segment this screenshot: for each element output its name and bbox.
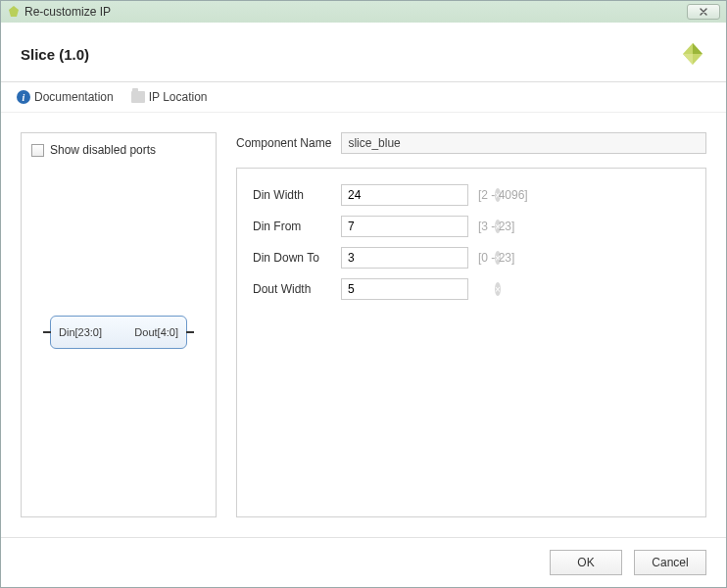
svg-marker-2 <box>693 43 703 54</box>
page-title: Slice (1.0) <box>21 46 679 63</box>
din-from-input-wrap: × <box>341 216 468 237</box>
svg-marker-3 <box>683 54 693 65</box>
param-label: Din From <box>253 220 331 233</box>
parameters-box: Din Width × [2 - 4096] Din From × [3 - 2… <box>236 168 706 517</box>
info-icon: i <box>17 90 30 104</box>
component-name-label: Component Name <box>236 136 331 150</box>
footer: OK Cancel <box>1 537 726 587</box>
param-label: Dout Width <box>253 282 331 296</box>
dout-width-input-wrap: × <box>341 278 468 300</box>
folder-icon <box>131 91 145 103</box>
ip-block: Din[23:0] Dout[4:0] <box>50 316 187 349</box>
din-width-input[interactable] <box>348 186 495 204</box>
param-hint: [0 - 23] <box>478 251 514 265</box>
ip-location-label: IP Location <box>149 90 208 104</box>
documentation-label: Documentation <box>34 90 114 104</box>
port-din: Din[23:0] <box>59 326 102 338</box>
ip-location-link[interactable]: IP Location <box>131 90 208 104</box>
close-button[interactable] <box>687 4 720 20</box>
din-down-to-input[interactable] <box>348 249 495 267</box>
dout-width-input[interactable] <box>348 280 495 298</box>
component-name-row: Component Name <box>236 132 706 154</box>
titlebar: Re-customize IP <box>1 1 726 23</box>
header: Slice (1.0) <box>1 23 726 82</box>
svg-marker-0 <box>9 6 19 17</box>
block-diagram: Din[23:0] Dout[4:0] <box>31 157 206 507</box>
window-title: Re-customize IP <box>24 5 111 19</box>
cancel-button[interactable]: Cancel <box>634 550 706 575</box>
show-disabled-ports-checkbox[interactable] <box>31 144 44 157</box>
close-icon <box>699 7 708 17</box>
symbol-panel: Show disabled ports Din[23:0] Dout[4:0] <box>21 132 217 517</box>
show-disabled-ports-row: Show disabled ports <box>31 143 206 157</box>
param-hint: [2 - 4096] <box>478 188 528 202</box>
config-panel: Component Name Din Width × [2 - 4096] Di… <box>236 132 706 517</box>
param-label: Din Width <box>253 188 331 202</box>
window: Re-customize IP Slice (1.0) i Documentat… <box>0 0 727 588</box>
toolbar: i Documentation IP Location <box>1 82 726 113</box>
ok-button[interactable]: OK <box>550 550 622 575</box>
param-row-dout-width: Dout Width × <box>253 278 690 300</box>
din-from-input[interactable] <box>348 218 495 235</box>
content: Show disabled ports Din[23:0] Dout[4:0] … <box>1 113 726 537</box>
app-icon <box>7 5 21 19</box>
component-name-input[interactable] <box>341 132 706 154</box>
clear-icon[interactable]: × <box>495 282 501 296</box>
param-hint: [3 - 23] <box>478 220 514 233</box>
show-disabled-ports-label: Show disabled ports <box>50 143 156 157</box>
documentation-link[interactable]: i Documentation <box>17 90 114 104</box>
param-row-din-from: Din From × [3 - 23] <box>253 216 690 237</box>
din-down-to-input-wrap: × <box>341 247 468 269</box>
port-dout: Dout[4:0] <box>134 326 178 338</box>
param-row-din-down-to: Din Down To × [0 - 23] <box>253 247 690 269</box>
param-row-din-width: Din Width × [2 - 4096] <box>253 184 690 206</box>
din-width-input-wrap: × <box>341 184 468 206</box>
vendor-logo-icon <box>679 40 706 68</box>
param-label: Din Down To <box>253 251 331 265</box>
